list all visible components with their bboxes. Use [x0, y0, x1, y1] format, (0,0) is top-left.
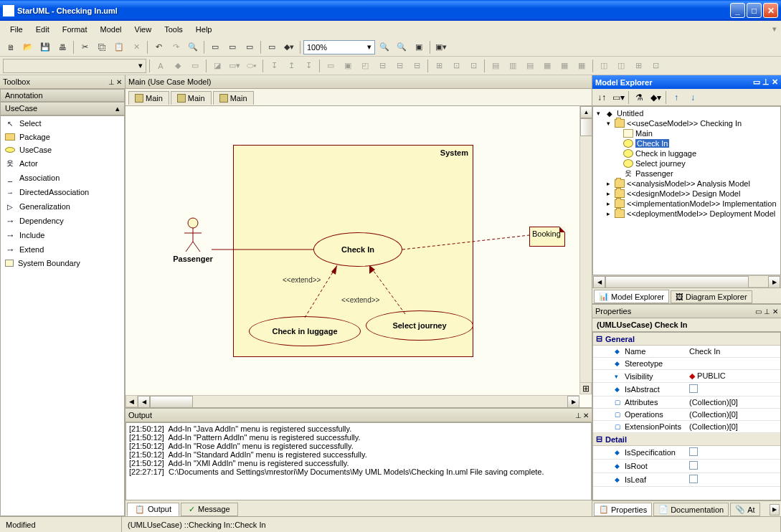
menu-format[interactable]: Format	[57, 23, 93, 36]
dist-v-icon[interactable]: ⊟	[409, 58, 425, 74]
align2-icon[interactable]: ↥	[283, 58, 299, 74]
toolbox-section-usecase[interactable]: UseCase▴	[0, 102, 125, 115]
bucket-icon[interactable]: ◆	[170, 58, 186, 74]
prop-row-isroot[interactable]: ◆IsRoot	[593, 460, 780, 473]
back-icon[interactable]: ⊟	[374, 58, 390, 74]
diagram-tab-2[interactable]: Main	[171, 91, 212, 105]
fmt1-icon[interactable]: ⊞	[431, 58, 447, 74]
diag-icon-3[interactable]: ▭	[242, 39, 257, 55]
tool-system-boundary[interactable]: System Boundary	[1, 257, 124, 270]
output-text[interactable]: [21:50:12] Add-In "Java AddIn" menu is r…	[126, 422, 592, 500]
canvas-nav-icon[interactable]: ◀	[126, 395, 138, 407]
scroll-left-icon[interactable]: ◀	[593, 276, 605, 288]
tree-journey[interactable]: Select journey	[595, 158, 779, 168]
tool-association[interactable]: ⎯Association	[1, 171, 124, 185]
checkbox-icon[interactable]	[689, 447, 698, 456]
tree-usecase-model[interactable]: ▾<<useCaseModel>> Checking In	[595, 118, 779, 128]
tab-documentation[interactable]: 📄Documentation	[653, 503, 729, 516]
tree-deploy[interactable]: ▸<<deploymentModel>> Deployment Model	[595, 209, 779, 219]
prop-row-visibility[interactable]: ▾Visibility◆ PUBLIC	[593, 370, 780, 383]
tree-impl[interactable]: ▸<<implementationModel>> Implementation	[595, 199, 779, 209]
scroll-up-icon[interactable]: ▲	[580, 106, 592, 118]
prop-row-isabstract[interactable]: ◆IsAbstract	[593, 383, 780, 396]
border-icon[interactable]: ▭	[187, 58, 203, 74]
diagram-canvas[interactable]: System Passenger Check In Check in lugga…	[126, 106, 592, 407]
zoom-in-icon[interactable]: 🔍	[377, 39, 392, 55]
al-r-icon[interactable]: ▤	[522, 58, 538, 74]
checkbox-icon[interactable]	[689, 461, 698, 470]
color-icon[interactable]: ◆▾	[281, 39, 297, 55]
undo-icon[interactable]: ↶	[151, 39, 166, 55]
tree-luggage[interactable]: Check in luggage	[595, 148, 779, 158]
checkbox-icon[interactable]	[689, 475, 698, 483]
canvas-hscroll[interactable]: ◀ ▶	[138, 395, 579, 407]
al-m-icon[interactable]: ▦	[557, 58, 572, 74]
props-group-general[interactable]: ⊟General	[593, 333, 780, 346]
zoom-fit-icon[interactable]: ▣	[411, 39, 427, 55]
minimize-button[interactable]: _	[730, 3, 745, 18]
hscroll-thumb[interactable]	[150, 396, 193, 407]
usecase-checkin[interactable]: Check In	[313, 232, 402, 267]
exp-sort-icon[interactable]: ↓↑	[594, 90, 610, 105]
exp-view-icon[interactable]: ▭▾	[610, 90, 626, 105]
menu-edit[interactable]: Edit	[30, 23, 55, 36]
font-combo[interactable]: ▾	[3, 59, 146, 73]
note-booking[interactable]: Booking	[529, 227, 565, 247]
tool-include[interactable]: ⤍Include	[1, 228, 124, 242]
sz2-icon[interactable]: ◫	[613, 58, 629, 74]
open-icon[interactable]: 📂	[20, 39, 36, 55]
tool-package[interactable]: Package	[1, 130, 124, 143]
zoom-out-icon[interactable]: 🔍	[394, 39, 410, 55]
explorer-window-icons[interactable]: ▭ ⊥ ✕	[753, 77, 778, 87]
align3-icon[interactable]: ↧	[300, 58, 316, 74]
print-icon[interactable]: 🖶	[55, 39, 70, 55]
actor-passenger[interactable]: Passenger	[171, 217, 214, 263]
stereo-icon[interactable]: ⬭▾	[244, 58, 260, 74]
prop-row-name[interactable]: ◆NameCheck In	[593, 346, 780, 358]
toolbox-section-annotation[interactable]: Annotation	[0, 89, 125, 102]
align1-icon[interactable]: ↧	[266, 58, 282, 74]
copy-icon[interactable]: ⿻	[94, 39, 110, 55]
group-icon[interactable]: ▭	[323, 58, 339, 74]
close-button[interactable]: ✕	[763, 3, 778, 18]
dist-h-icon[interactable]: ⊟	[392, 58, 407, 74]
sz1-icon[interactable]: ◫	[596, 58, 612, 74]
canvas-expand-icon[interactable]: ⊞	[579, 382, 592, 394]
diagram-tab-1[interactable]: Main	[128, 91, 169, 105]
tree-hscroll-thumb[interactable]	[605, 276, 749, 288]
zoom-combo[interactable]: 100%▾	[303, 40, 375, 54]
front-icon[interactable]: ◰	[357, 58, 373, 74]
al-t-icon[interactable]: ▦	[539, 58, 555, 74]
lock-icon[interactable]: ▭▾	[227, 58, 242, 74]
menu-file[interactable]: File	[4, 23, 29, 36]
al-c-icon[interactable]: ▥	[505, 58, 521, 74]
tab-attachments[interactable]: 📎At	[730, 503, 759, 516]
tree-passenger[interactable]: 웃Passenger	[595, 168, 779, 179]
usecase-luggage[interactable]: Check in luggage	[249, 316, 361, 346]
al-b-icon[interactable]: ▦	[574, 58, 590, 74]
tool-generalization[interactable]: ▷Generalization	[1, 199, 124, 214]
scroll-right-icon[interactable]: ▶	[567, 396, 579, 407]
find-icon[interactable]: 🔍	[185, 39, 201, 55]
properties-window-icons[interactable]: ▭ ⊥ ✕	[755, 308, 778, 315]
tool-usecase[interactable]: UseCase	[1, 143, 124, 156]
tool-extend[interactable]: ⤍Extend	[1, 242, 124, 257]
tree-checkin[interactable]: Check In	[595, 138, 779, 148]
delete-icon[interactable]: ✕	[128, 39, 144, 55]
tree-design[interactable]: ▸<<designModel>> Design Model	[595, 189, 779, 199]
prop-row-operations[interactable]: ▢Operations(Collection)[0]	[593, 409, 780, 421]
props-tabs-scroll-icon[interactable]: ▶	[770, 504, 780, 516]
exp-refresh-icon[interactable]: ◆▾	[648, 90, 663, 105]
output-tab-message[interactable]: ✓Message	[181, 503, 238, 516]
output-tab-output[interactable]: 📋Output	[127, 503, 179, 516]
note-icon[interactable]: ◪	[209, 58, 225, 74]
exp-filter-icon[interactable]: ⚗	[631, 90, 647, 105]
new-icon[interactable]: 🗎	[3, 39, 19, 55]
cut-icon[interactable]: ✂	[77, 39, 93, 55]
prop-row-attributes[interactable]: ▢Attributes(Collection)[0]	[593, 396, 780, 409]
menu-view[interactable]: View	[129, 23, 158, 36]
prop-row-extpoints[interactable]: ▢ExtensionPoints(Collection)[0]	[593, 421, 780, 433]
props-group-detail[interactable]: ⊟Detail	[593, 433, 780, 446]
diag-icon-4[interactable]: ▭	[264, 39, 280, 55]
prop-row-isleaf[interactable]: ◆IsLeaf	[593, 473, 780, 487]
